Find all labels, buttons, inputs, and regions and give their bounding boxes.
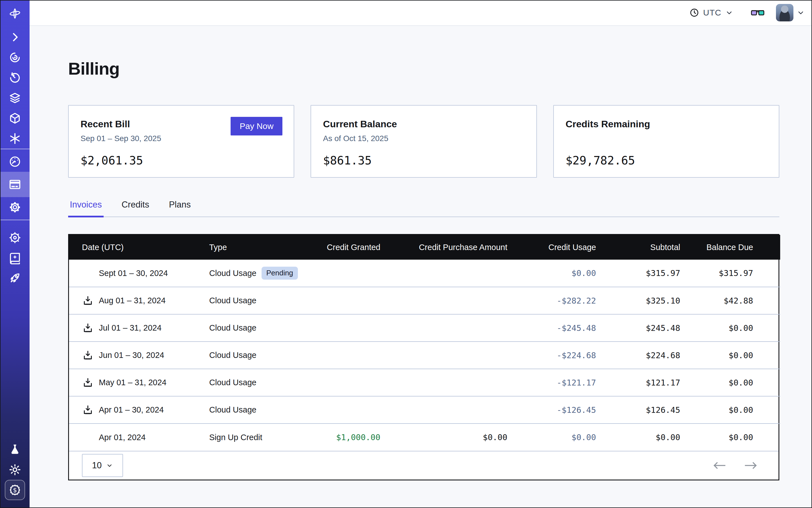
- book-sparkle-icon[interactable]: [0, 248, 30, 268]
- gear-icon[interactable]: [0, 197, 30, 217]
- column-header-date: Date (UTC): [69, 235, 196, 260]
- credit-purchase-value: [380, 369, 507, 396]
- topbar: UTC: [30, 0, 812, 26]
- layers-icon[interactable]: [0, 88, 30, 108]
- download-icon[interactable]: [82, 377, 93, 388]
- user-avatar[interactable]: [776, 4, 794, 22]
- download-icon-placeholder: [82, 267, 94, 279]
- invoice-type: Cloud Usage: [209, 350, 256, 360]
- prev-page-button[interactable]: [713, 461, 726, 470]
- table-header-row: Date (UTC) Type Credit Granted Credit Pu…: [69, 235, 780, 260]
- credit-granted-value: [303, 287, 380, 314]
- asterisk-icon[interactable]: [0, 128, 30, 149]
- balance-due-value: $0.00: [680, 369, 780, 396]
- subtotal-value: $126.45: [596, 396, 680, 424]
- credit-granted-value: $1,000.00: [303, 424, 380, 451]
- invoice-type: Sign Up Credit: [209, 433, 262, 442]
- cube-icon[interactable]: [0, 108, 30, 128]
- invoice-type: Cloud Usage: [209, 405, 256, 415]
- credit-usage-value: -$282.22: [507, 287, 596, 314]
- download-icon[interactable]: [82, 405, 93, 416]
- column-header-credit-granted: Credit Granted: [303, 235, 380, 260]
- sidebar-divider: [0, 149, 30, 149]
- balance-due-value: $42.88: [680, 287, 780, 314]
- column-header-credit-usage: Credit Usage: [507, 235, 596, 260]
- credit-usage-value: -$245.48: [507, 314, 596, 342]
- credit-granted-value: [303, 396, 380, 424]
- billing-tabs: Invoices Credits Plans: [68, 200, 779, 217]
- sidebar-divider: [0, 220, 30, 220]
- current-balance-card: Current Balance As of Oct 15, 2025 $861.…: [310, 105, 537, 178]
- card-amount: $861.35: [323, 154, 524, 167]
- recent-bill-card: Recent Bill Sep 01 – Sep 30, 2025 $2,061…: [68, 105, 294, 178]
- credit-purchase-value: [380, 314, 507, 342]
- tab-plans[interactable]: Plans: [167, 200, 193, 217]
- orbit-logo[interactable]: [0, 0, 30, 27]
- credit-purchase-value: [380, 260, 507, 287]
- download-icon[interactable]: [82, 350, 93, 361]
- billing-card-icon: [8, 178, 22, 191]
- page-size-select[interactable]: 10: [82, 454, 123, 477]
- column-header-balance-due: Balance Due: [680, 235, 780, 260]
- sidebar-item-billing[interactable]: [0, 172, 30, 197]
- credit-purchase-value: $0.00: [380, 424, 507, 451]
- spiral-icon[interactable]: [0, 47, 30, 68]
- column-header-type: Type: [196, 235, 303, 260]
- arrow-right-icon: [744, 461, 758, 470]
- credit-granted-value: [303, 314, 380, 342]
- credit-purchase-value: [380, 342, 507, 369]
- next-page-button[interactable]: [744, 461, 758, 470]
- invoices-table: Date (UTC) Type Credit Granted Credit Pu…: [68, 234, 779, 480]
- sun-icon[interactable]: [0, 460, 30, 480]
- glasses-icon[interactable]: [751, 8, 765, 17]
- pay-now-button[interactable]: Pay Now: [230, 117, 283, 135]
- invoice-date: Apr 01, 2024: [99, 433, 145, 442]
- card-amount: $29,782.65: [566, 154, 767, 167]
- sidebar: $: [0, 0, 30, 508]
- page-title: Billing: [68, 58, 779, 79]
- credit-usage-value: -$121.17: [507, 369, 596, 396]
- download-icon[interactable]: [82, 323, 93, 334]
- subtotal-value: $224.68: [596, 342, 680, 369]
- chevron-down-icon[interactable]: [797, 9, 805, 16]
- credit-usage-value: -$224.68: [507, 342, 596, 369]
- credit-usage-value: -$126.45: [507, 396, 596, 424]
- clock-icon: [689, 8, 699, 17]
- table-row: Apr 01 – 30, 2024Cloud Usage-$126.45$126…: [69, 396, 780, 424]
- helm-wheel-icon[interactable]: [0, 227, 30, 248]
- chevron-down-icon: [725, 9, 733, 16]
- balance-due-value: $315.97: [680, 260, 780, 287]
- invoice-date: Sept 01 – 30, 2024: [99, 269, 168, 278]
- svg-text:$: $: [13, 486, 16, 494]
- tab-credits[interactable]: Credits: [120, 200, 151, 217]
- balance-due-value: $0.00: [680, 314, 780, 342]
- flask-icon[interactable]: [0, 439, 30, 460]
- gauge-icon[interactable]: [0, 152, 30, 172]
- chevron-right-icon[interactable]: [0, 27, 30, 47]
- page-size-value: 10: [92, 460, 102, 471]
- credit-purchase-value: [380, 287, 507, 314]
- card-amount: $2,061.35: [81, 154, 282, 167]
- invoice-date: Jul 01 – 31, 2024: [99, 323, 162, 333]
- invoice-date: May 01 – 31, 2024: [99, 378, 166, 387]
- tab-invoices[interactable]: Invoices: [68, 200, 103, 217]
- subtotal-value: $315.97: [596, 260, 680, 287]
- download-icon-placeholder: [82, 431, 94, 443]
- invoice-type: Cloud Usage: [209, 269, 256, 278]
- timezone-selector[interactable]: UTC: [689, 8, 733, 17]
- table-pagination: 10: [69, 451, 778, 479]
- main-content: Billing Recent Bill Sep 01 – Sep 30, 202…: [30, 26, 812, 508]
- subtotal-value: $245.48: [596, 314, 680, 342]
- rocket-icon[interactable]: [0, 268, 30, 288]
- timer-icon[interactable]: [0, 68, 30, 88]
- credits-remaining-card: Credits Remaining $29,782.65: [553, 105, 779, 178]
- table-row: May 01 – 31, 2024Cloud Usage-$121.17$121…: [69, 369, 780, 396]
- download-icon[interactable]: [82, 295, 93, 306]
- invoice-date: Aug 01 – 31, 2024: [99, 296, 166, 305]
- invoice-type: Cloud Usage: [209, 323, 256, 333]
- dollar-badge-icon[interactable]: $: [5, 480, 25, 500]
- chevron-down-icon: [106, 462, 113, 469]
- credit-granted-value: [303, 369, 380, 396]
- invoice-date: Apr 01 – 30, 2024: [99, 405, 164, 415]
- credit-granted-value: [303, 260, 380, 287]
